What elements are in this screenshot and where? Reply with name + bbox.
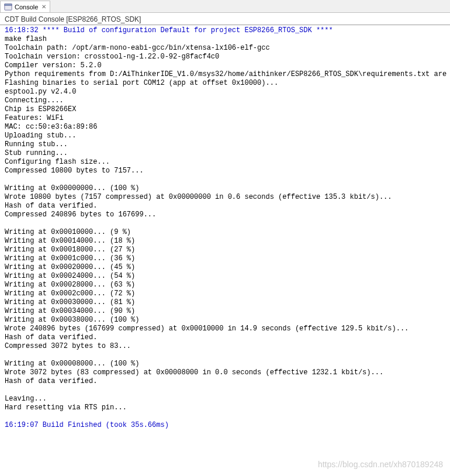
console-line: Hard resetting via RTS pin... <box>5 403 445 412</box>
svg-rect-1 <box>5 4 12 5</box>
console-line: 16:19:07 Build Finished (took 35s.66ms) <box>5 421 445 430</box>
console-line <box>5 351 445 360</box>
console-line: Compiler version: 5.2.0 <box>5 61 445 70</box>
console-line <box>5 430 445 439</box>
close-icon[interactable]: ✕ <box>41 4 46 10</box>
console-line: Leaving... <box>5 395 445 403</box>
console-line <box>5 175 445 184</box>
console-line: Compressed 3072 bytes to 83... <box>5 342 445 351</box>
tab-console[interactable]: Console ✕ <box>0 1 50 12</box>
console-line: Wrote 240896 bytes (167699 compressed) a… <box>5 325 445 333</box>
console-line: MAC: cc:50:e3:6a:89:86 <box>5 123 445 132</box>
console-line: Features: WiFi <box>5 114 445 123</box>
console-line: Chip is ESP8266EX <box>5 105 445 114</box>
console-line <box>5 219 445 228</box>
console-line: Configuring flash size... <box>5 158 445 167</box>
console-subtitle: CDT Build Console [ESP8266_RTOS_SDK] <box>0 13 450 25</box>
console-line: Writing at 0x00000000... (100 %) <box>5 184 445 193</box>
console-line: Writing at 0x0002c000... (72 %) <box>5 289 445 298</box>
console-line: Writing at 0x00010000... (9 %) <box>5 228 445 237</box>
console-line: Compressed 10800 bytes to 7157... <box>5 167 445 175</box>
console-line: Uploading stub... <box>5 132 445 140</box>
console-icon <box>4 3 12 11</box>
console-line: Python requirements from D:/AiThinkerIDE… <box>5 70 445 79</box>
console-line: Writing at 0x00020000... (45 %) <box>5 263 445 272</box>
console-line: Compressed 240896 bytes to 167699... <box>5 211 445 219</box>
console-line: Writing at 0x00034000... (90 %) <box>5 307 445 316</box>
console-line: Writing at 0x00030000... (81 %) <box>5 298 445 307</box>
console-line: Connecting.... <box>5 96 445 105</box>
console-line: Hash of data verified. <box>5 377 445 386</box>
console-line: Writing at 0x00024000... (54 %) <box>5 272 445 281</box>
console-line: Running stub... <box>5 140 445 149</box>
console-line: Stub running... <box>5 149 445 158</box>
console-line: Flashing binaries to serial port COM12 (… <box>5 79 445 88</box>
console-line: esptool.py v2.4.0 <box>5 88 445 96</box>
console-line <box>5 386 445 395</box>
console-line: Wrote 10800 bytes (7157 compressed) at 0… <box>5 193 445 202</box>
console-output[interactable]: 16:18:32 **** Build of configuration Def… <box>0 25 450 476</box>
console-line: Writing at 0x00018000... (27 %) <box>5 246 445 254</box>
console-line: Writing at 0x0001c000... (36 %) <box>5 254 445 263</box>
console-line: Toolchain version: crosstool-ng-1.22.0-9… <box>5 53 445 61</box>
console-line: Wrote 3072 bytes (83 compressed) at 0x00… <box>5 368 445 377</box>
tab-label: Console <box>15 4 38 11</box>
console-line: Writing at 0x00014000... (18 %) <box>5 237 445 246</box>
console-line: Hash of data verified. <box>5 202 445 211</box>
console-line: Writing at 0x00028000... (63 %) <box>5 281 445 289</box>
tab-bar: Console ✕ <box>0 0 450 13</box>
console-line: Writing at 0x00008000... (100 %) <box>5 360 445 368</box>
console-line: make flash <box>5 35 445 44</box>
console-line: Writing at 0x00038000... (100 %) <box>5 316 445 325</box>
console-line: 16:18:32 **** Build of configuration Def… <box>5 26 445 35</box>
console-line: Toolchain path: /opt/arm-nono-eabi-gcc/b… <box>5 44 445 53</box>
console-line: Hash of data verified. <box>5 333 445 342</box>
console-line <box>5 412 445 421</box>
